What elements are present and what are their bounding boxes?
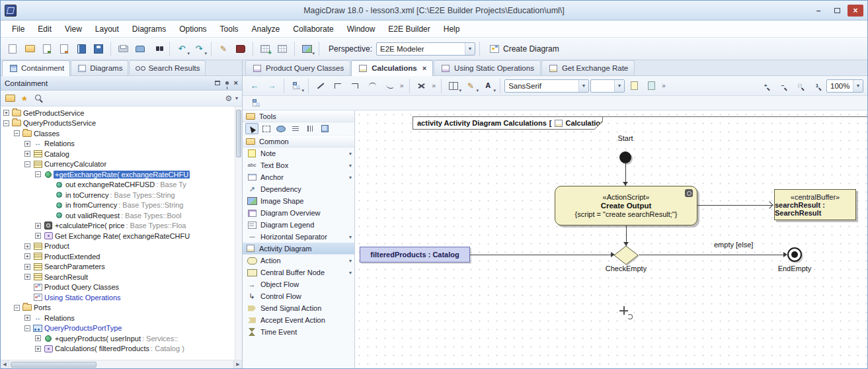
overflow-chevron-icon[interactable]: » — [399, 82, 405, 89]
palette-item-dependency[interactable]: Dependency — [243, 183, 354, 195]
tree-item-in-fromcurrency[interactable]: in fromCurrency : Base Types::String — [1, 200, 235, 211]
menu-item-file[interactable]: File — [6, 22, 30, 36]
tree-item-searchparameters[interactable]: +SearchParameters — [1, 262, 235, 272]
tab-containment[interactable]: Containment — [2, 60, 70, 76]
palette-item-diagram-legend[interactable]: Diagram Legend — [243, 219, 354, 231]
end-node-endempty[interactable] — [787, 247, 802, 262]
layout-tool-button[interactable] — [318, 123, 331, 134]
book-button[interactable] — [233, 41, 249, 57]
zoom-fit-button[interactable] — [792, 78, 808, 94]
table-props-button[interactable] — [274, 41, 290, 57]
dropdown-caret-icon[interactable]: ▾ — [349, 175, 352, 181]
palette-item-image-shape[interactable]: Image Shape — [243, 195, 354, 207]
tree-expander-icon[interactable]: + — [35, 223, 41, 229]
tree-expander-icon[interactable]: + — [24, 151, 30, 157]
tree-item-catalog[interactable]: +Catalog — [1, 149, 235, 159]
maximize-button[interactable] — [829, 5, 845, 17]
close-tab-icon[interactable]: × — [422, 64, 426, 72]
tree-item-product[interactable]: +Product — [1, 241, 235, 252]
create-diagram-button[interactable]: Create Diagram — [484, 42, 565, 56]
palette-item-accept-event-action[interactable]: Accept Event Action — [243, 314, 354, 326]
tree-expander-icon[interactable]: + — [24, 243, 30, 249]
palette-item-anchor[interactable]: Anchor▾ — [243, 171, 354, 183]
tree-item-calculations-filteredproducts[interactable]: +Calculations( filteredProducts : Catalo… — [1, 344, 235, 354]
object-flow-catalog-to-decision[interactable] — [470, 255, 611, 255]
tree-item-using-static-operations[interactable]: Using Static Operations — [1, 292, 235, 303]
diagram-tab-product-query-classes[interactable]: Product Query Classes — [245, 60, 350, 75]
tree-item-relations[interactable]: +Relations — [1, 313, 235, 323]
menu-item-e2e-builder[interactable]: E2E Builder — [382, 22, 436, 36]
favorites-star-icon[interactable] — [19, 93, 30, 104]
overflow-chevron-icon[interactable]: » — [431, 82, 438, 89]
palette-item-send-signal-action[interactable]: Send Signal Action — [243, 302, 354, 314]
tree-expander-icon[interactable]: + — [35, 335, 41, 341]
pencil2-button[interactable] — [463, 78, 479, 94]
object-flow-action-to-buffer[interactable] — [697, 205, 773, 206]
line-tool-button[interactable] — [313, 78, 329, 94]
tree-item-relations[interactable]: +Relations — [1, 139, 235, 149]
tree-item-get-exchange-rate-exchangeratechfu[interactable]: +Get Exchange Rate( exchangeRateCHFU — [1, 231, 235, 241]
mailbox-button[interactable] — [132, 41, 148, 57]
tree-item-in-tocurrency[interactable]: in toCurrency : Base Types::String — [1, 190, 235, 200]
tree-expander-icon[interactable]: + — [35, 233, 41, 239]
palette-item-object-flow[interactable]: Object Flow — [243, 278, 354, 290]
tree-item-queryproductsservice[interactable]: −QueryProductsService — [1, 118, 235, 129]
diagram-canvas[interactable]: activity Activity Diagram Calculations [… — [355, 110, 867, 368]
tree-item-classes[interactable]: −Classes — [1, 128, 235, 139]
font-combo[interactable]: SansSerif▾ — [504, 79, 589, 93]
marquee-tool-button[interactable] — [260, 123, 273, 134]
palette-item-diagram-overview[interactable]: Diagram Overview — [243, 207, 354, 219]
undo-button[interactable] — [174, 41, 190, 57]
tree-expander-icon[interactable]: − — [35, 171, 41, 177]
zoom-one-button[interactable] — [809, 78, 825, 94]
tree-item-getproductservice[interactable]: +GetProductService — [1, 108, 235, 118]
open-project-button[interactable] — [39, 41, 55, 57]
tree-item-productextended[interactable]: +ProductExtended — [1, 251, 235, 262]
central-buffer-node-searchresult[interactable]: «centralBuffer» searchResult : SearchRes… — [774, 189, 856, 220]
menu-item-analyze[interactable]: Analyze — [246, 22, 286, 36]
tree-item-calculateprice-price[interactable]: ++calculatePrice( price : Base Types::Fl… — [1, 221, 235, 231]
object-node-filteredproducts[interactable]: filteredProducts : Catalog — [360, 247, 470, 263]
tab-search-results[interactable]: Search Results — [129, 60, 206, 75]
close-button[interactable] — [848, 5, 863, 17]
palette-item-control-flow[interactable]: Control Flow — [243, 290, 354, 302]
menu-item-help[interactable]: Help — [438, 22, 466, 36]
new-file-button[interactable] — [5, 41, 20, 57]
tab-diagrams[interactable]: Diagrams — [71, 60, 128, 75]
minimize-button[interactable] — [810, 5, 826, 17]
tree-item-queryproductsporttype[interactable]: −QueryProductsPortType — [1, 323, 235, 334]
tree-expander-icon[interactable]: − — [24, 325, 30, 331]
forward-arrow-button[interactable] — [264, 78, 280, 94]
diagram-tab-using-static-operations[interactable]: Using Static Operations — [434, 60, 541, 75]
tree-item-out-validrequest[interactable]: out validRequest : Base Types::Bool — [1, 210, 235, 221]
image-button[interactable] — [299, 41, 315, 57]
tree-expander-icon[interactable]: + — [24, 141, 30, 147]
scroll-right-button[interactable]: ▶ — [233, 360, 242, 368]
tree-expander-icon[interactable]: − — [24, 161, 30, 167]
open-button[interactable] — [22, 41, 38, 57]
curve-tool-button[interactable] — [364, 78, 380, 94]
open-folder-icon[interactable] — [5, 93, 15, 104]
back-arrow-button[interactable] — [247, 78, 262, 94]
palette-section-activity-diagram[interactable]: Activity Diagram — [243, 243, 354, 255]
swimlane-button[interactable] — [446, 78, 461, 94]
polyline-tool-button[interactable] — [330, 78, 346, 94]
menu-item-layout[interactable]: Layout — [89, 22, 125, 36]
save-button[interactable] — [91, 41, 106, 57]
structure-tree-button[interactable] — [248, 95, 264, 111]
perspective-combo[interactable]: E2E Modeler▾ — [376, 42, 475, 56]
scroll-left-button[interactable]: ◀ — [1, 360, 9, 368]
print-button[interactable] — [115, 41, 131, 57]
action-node-create-output[interactable]: «ActionScript» Create Output {script = "… — [555, 186, 697, 226]
tree-expander-icon[interactable]: + — [24, 315, 30, 321]
dropdown-caret-icon[interactable]: ▾ — [349, 234, 352, 240]
tree-expander-icon[interactable]: + — [24, 274, 30, 280]
dropdown-caret-icon[interactable]: ▾ — [349, 151, 352, 157]
palette-section-common[interactable]: Common — [243, 136, 354, 147]
diagram-tab-calculations[interactable]: Calculations× — [351, 60, 433, 76]
notebook-button[interactable] — [73, 41, 89, 57]
zoom-out-button[interactable] — [775, 78, 791, 94]
menu-item-diagrams[interactable]: Diagrams — [126, 22, 172, 36]
tree-item-queryproducts-userinput[interactable]: ++queryProducts( userInput : Services:: — [1, 333, 235, 344]
tree-item-product-query-classes[interactable]: Product Query Classes — [1, 282, 235, 293]
